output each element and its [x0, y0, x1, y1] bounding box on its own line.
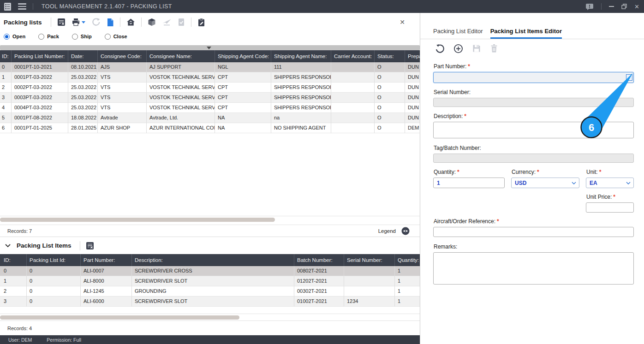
column-header[interactable]: Consignee Code: [98, 50, 147, 62]
print-dropdown-arrow[interactable] [82, 21, 85, 24]
table-cell: NGL [215, 62, 271, 72]
minimize-button[interactable] [609, 6, 614, 7]
table-cell: O [375, 62, 405, 72]
records-count: Records: 4 [7, 326, 32, 331]
new-document-icon[interactable] [107, 18, 114, 27]
table-cell: ALI-6000 [81, 297, 132, 307]
grid-splitter[interactable] [0, 45, 420, 50]
refresh-icon[interactable] [435, 44, 445, 53]
column-header[interactable]: Consignee Name: [147, 50, 215, 62]
radio-ship[interactable]: Ship [72, 34, 92, 40]
collapse-chevron-icon[interactable] [5, 243, 11, 248]
radio-dot[interactable] [105, 34, 111, 40]
toolbar-separator [51, 18, 51, 27]
table-row[interactable]: 20002PT-03-202225.03.2022VTSVOSTOK TECHN… [0, 83, 420, 93]
horizontal-scrollbar[interactable] [0, 216, 420, 225]
table-row[interactable]: 30003PT-03-202225.03.2022VTSVOSTOK TECHN… [0, 93, 420, 103]
serial-number-label: Serial Number: [434, 89, 634, 95]
horizontal-scrollbar[interactable] [0, 314, 420, 321]
confirm-document-icon [178, 18, 185, 26]
table-row[interactable]: 10ALI-8000SCREWDRIVER SLOT01202T-20211 [0, 276, 420, 286]
column-header[interactable]: Description: [132, 254, 294, 266]
table-cell: O [375, 72, 405, 83]
column-header[interactable]: ID: [0, 254, 27, 266]
legend-eye-icon[interactable] [401, 227, 410, 235]
table-cell: VOSTOK TECHNIKAL SERVICES [147, 83, 215, 93]
column-header[interactable]: Prepa [405, 50, 420, 62]
radio-pack[interactable]: Pack [38, 34, 59, 40]
table-row[interactable]: 00ALI-0007SCREWDRIVER CROSS00802T-20211 [0, 266, 420, 276]
table-cell: 28.01.2025 [68, 123, 98, 133]
part-number-input[interactable] [433, 72, 634, 83]
table-row[interactable]: 20ALI-1245GROUNDING00302T-20211 [0, 286, 420, 297]
radio-dot[interactable] [4, 34, 10, 40]
table-row[interactable]: 40004PT-03-202225.03.2022VTSVOSTOK TECHN… [0, 103, 420, 113]
toolbar-separator [80, 241, 80, 250]
column-header[interactable]: Part Number: [81, 254, 132, 266]
package-icon[interactable] [148, 18, 156, 26]
unit-price-label: Unit Price:* [586, 194, 634, 200]
item-editor-form: Part Number:* Serial Number: Description… [420, 58, 644, 286]
part-number-lookup-icon[interactable] [626, 74, 632, 81]
unit-price-input[interactable] [586, 202, 634, 213]
home-icon[interactable] [126, 18, 135, 26]
editor-panel: Packing List Editor Packing List Items E… [420, 13, 644, 344]
remarks-input[interactable] [433, 252, 634, 285]
menu-icon[interactable] [18, 3, 26, 9]
toolbar-separator [120, 18, 120, 27]
column-header[interactable]: Shipping Agent Code: [215, 50, 271, 62]
column-header[interactable]: Serial Number: [344, 254, 395, 266]
description-input[interactable] [433, 122, 634, 138]
column-header[interactable]: Date: [68, 50, 98, 62]
table-cell: 25.03.2022 [68, 72, 98, 83]
table-cell: 1 [0, 276, 27, 286]
status-filter-group: Open Pack Ship Close [0, 31, 420, 42]
column-header[interactable]: Quantity: [395, 254, 420, 266]
column-header[interactable]: Status: [375, 50, 405, 62]
panel-title: Packing lists [4, 19, 42, 26]
radio-close[interactable]: Close [105, 34, 127, 40]
add-icon[interactable] [453, 44, 463, 53]
table-row[interactable]: 00001PT-10-202108.10.2021AJSAJ SUPPORTNG… [0, 62, 420, 72]
table-cell: 01002T-2021 [294, 297, 344, 307]
table-cell: Avtrade [98, 113, 147, 123]
tab-packing-list-editor[interactable]: Packing List Editor [433, 28, 483, 39]
close-panel-icon[interactable]: ✕ [400, 18, 405, 26]
radio-dot[interactable] [38, 34, 44, 40]
table-row[interactable]: 30ALI-6000SCREWDRIVER SLOT01002T-2021123… [0, 297, 420, 307]
column-header[interactable]: Shipping Agent Name: [271, 50, 331, 62]
column-header[interactable]: Carrier Account: [331, 50, 375, 62]
column-header[interactable]: Packing List Id: [27, 254, 81, 266]
notification-icon[interactable] [585, 3, 594, 10]
column-header[interactable]: Batch Number: [294, 254, 344, 266]
export-excel-icon[interactable] [86, 242, 94, 250]
tab-packing-list-items-editor[interactable]: Packing List Items Editor [490, 28, 562, 39]
print-icon[interactable] [72, 18, 85, 26]
titlebar-separator [33, 3, 33, 10]
table-cell: CPT [215, 72, 271, 83]
scrollbar-thumb[interactable] [0, 218, 275, 222]
table-cell: VOSTOK TECHNIKAL SERVICES [147, 72, 215, 83]
grid-options-arrow-icon[interactable] [207, 47, 211, 49]
table-cell: 01202T-2021 [294, 276, 344, 286]
export-excel-icon[interactable] [57, 18, 66, 26]
column-header[interactable]: ID: [0, 50, 12, 62]
column-header[interactable]: Packing List Number: [12, 50, 68, 62]
table-cell: SHIPPERS RESPONSOBILITY [271, 83, 331, 93]
chevron-down-icon [572, 182, 576, 184]
radio-dot[interactable] [72, 34, 78, 40]
restore-button[interactable] [621, 4, 627, 9]
aircraft-order-reference-input[interactable] [433, 227, 634, 237]
clipboard-edit-icon[interactable] [197, 18, 205, 27]
table-row[interactable]: 10001PT-03-202225.03.2022VTSVOSTOK TECHN… [0, 72, 420, 83]
unit-select[interactable]: EA [586, 178, 634, 188]
currency-select[interactable]: USD [511, 178, 579, 188]
table-cell: ALI-1245 [81, 286, 132, 297]
quantity-input[interactable] [433, 178, 505, 188]
close-button[interactable]: ✕ [634, 4, 639, 10]
radio-open[interactable]: Open [4, 34, 25, 40]
table-row[interactable]: 50001PT-08-202218.08.2022AvtradeAvtrade,… [0, 113, 420, 123]
scrollbar-thumb[interactable] [0, 315, 239, 320]
table-row[interactable]: 60001PT-01-202528.01.2025AZUR SHOPAZUR I… [0, 123, 420, 133]
table-cell: 3 [0, 297, 27, 307]
